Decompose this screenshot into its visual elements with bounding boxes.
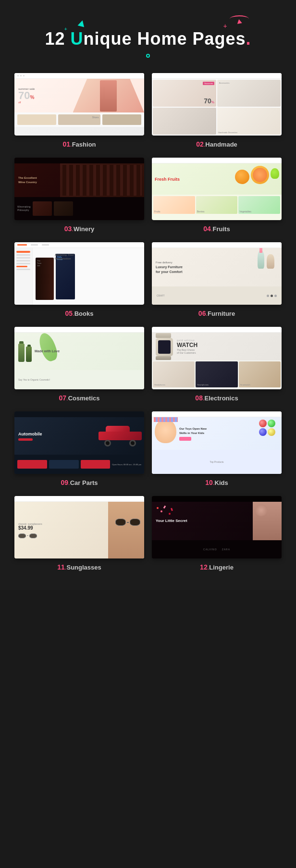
face-bg bbox=[108, 502, 144, 558]
books-sidebar bbox=[14, 248, 33, 305]
thumbnail-fruits[interactable]: Fresh Fruits Fruits Berries Vegetables bbox=[152, 158, 282, 220]
accessories-label: Accessories bbox=[219, 82, 230, 84]
thumbnail-sunglasses[interactable]: classic sunglasses $34.99 bbox=[14, 496, 144, 558]
ball-yellow bbox=[268, 428, 275, 436]
winery-small-img bbox=[33, 201, 52, 216]
watch-subtitle: The Best Choiceof Our Customers bbox=[177, 348, 197, 354]
car-body-group bbox=[99, 426, 142, 444]
thumbnail-car[interactable]: Automobile Open Hours: 08:00 am - 05:00 … bbox=[14, 411, 144, 474]
cosmetics-tagline: Say Yes to Organic Cosmetic! bbox=[18, 378, 50, 381]
handmade-cell-2: Accessories bbox=[217, 80, 281, 107]
grid-item-car[interactable]: Automobile Open Hours: 08:00 am - 05:00 … bbox=[14, 411, 144, 486]
grid-item-cosmetics[interactable]: Made with Love Say Yes to Organic Cosmet… bbox=[14, 327, 144, 402]
leaf bbox=[37, 333, 60, 363]
item-label-lingerie: 12.Lingerie bbox=[200, 563, 234, 571]
car-shape-container bbox=[99, 426, 142, 444]
title-rest: nique Home Pages bbox=[83, 29, 246, 49]
item-name: Handmade bbox=[205, 141, 237, 148]
item-num: 06 bbox=[198, 310, 206, 317]
item-label-books: 05.Books bbox=[65, 310, 94, 317]
books-layout: Amazing YourImagination TheTownJob Daily… bbox=[14, 248, 144, 305]
kids-title: Our Toys Open NewSkills in Your Kids bbox=[179, 427, 207, 435]
watch-screen bbox=[158, 340, 171, 354]
winery-small-img2 bbox=[54, 201, 73, 216]
thumbnail-lingerie[interactable]: Your Little Secret Calvino ZARA bbox=[152, 496, 282, 558]
handmade-cell-3 bbox=[153, 108, 216, 135]
grapefruit bbox=[251, 166, 269, 184]
ball-red bbox=[259, 420, 267, 427]
bottle2 bbox=[26, 347, 32, 362]
vase1 bbox=[258, 250, 264, 269]
grid-item-handmade[interactable]: Souvenirs 70% Accessories Handmade Decor… bbox=[152, 73, 282, 148]
grid-item-kids[interactable]: Our Toys Open NewSkills in Your Kids Top… bbox=[152, 411, 282, 486]
item-label-handmade: 02.Handmade bbox=[196, 140, 237, 148]
item-name: Furniture bbox=[208, 310, 235, 317]
lingerie-bottom: Calvino ZARA bbox=[152, 540, 282, 558]
winery-bottom: WinemakingPhilosophy bbox=[14, 197, 144, 220]
thumbnail-kids[interactable]: Our Toys Open NewSkills in Your Kids Top… bbox=[152, 411, 282, 474]
page-title: 12 Unique Home Pages. bbox=[45, 29, 251, 49]
grid-item-books[interactable]: Amazing YourImagination TheTownJob Daily… bbox=[14, 242, 144, 317]
wheel-left bbox=[104, 440, 111, 446]
nav-active bbox=[17, 244, 27, 246]
ball-blue bbox=[259, 428, 267, 436]
pct-text: 70% bbox=[18, 90, 35, 101]
fruits-hero: Fresh Fruits bbox=[152, 163, 282, 195]
electronics-text: gold edition WATCH The Best Choiceof Our… bbox=[177, 339, 197, 354]
thumbnail-furniture[interactable]: Free delivery Luxury Furniturefor your C… bbox=[152, 242, 282, 305]
title-unique: U bbox=[70, 29, 83, 49]
thumbnail-winery[interactable]: The ExcellentWine Country WinemakingPhil… bbox=[14, 158, 144, 220]
grid-item-furniture[interactable]: Free delivery Luxury Furniturefor your C… bbox=[152, 242, 282, 317]
sidebar-item-active2 bbox=[16, 266, 27, 267]
thumbnail-handmade[interactable]: Souvenirs 70% Accessories Handmade Decor… bbox=[152, 73, 282, 136]
vase1-container bbox=[258, 250, 264, 269]
item-label-cosmetics: 07.Cosmetics bbox=[59, 394, 100, 402]
item-label-electronics: 08.Electronics bbox=[195, 394, 238, 402]
item-label-car: 09.Car Parts bbox=[61, 479, 98, 486]
item-name: Winery bbox=[74, 225, 94, 233]
dots-nav bbox=[267, 295, 277, 297]
lens-display-l bbox=[18, 533, 26, 538]
grid-item-fruits[interactable]: Fresh Fruits Fruits Berries Vegetables bbox=[152, 158, 282, 233]
grid-item-electronics[interactable]: gold edition WATCH The Best Choiceof Our… bbox=[152, 327, 282, 402]
wine-bottles bbox=[62, 165, 142, 196]
grid-item-fashion[interactable]: summer sale 70% off Shoes bbox=[14, 73, 144, 148]
conf1 bbox=[157, 507, 159, 509]
deco-arc-pink bbox=[230, 15, 249, 23]
item-num: 08 bbox=[195, 394, 203, 402]
nav-bar bbox=[14, 73, 144, 79]
item-name: Sunglasses bbox=[66, 564, 101, 571]
thumbnail-books[interactable]: Amazing YourImagination TheTownJob Daily… bbox=[14, 242, 144, 305]
grid-item-lingerie[interactable]: Your Little Secret Calvino ZARA 12.Linge… bbox=[152, 496, 282, 571]
sunglasses-price: $34.99 bbox=[18, 525, 42, 531]
furniture-vases bbox=[258, 250, 274, 269]
item-num: 05 bbox=[65, 310, 73, 317]
car-body bbox=[99, 432, 142, 440]
glasses-display bbox=[18, 533, 42, 538]
pct: 70% bbox=[204, 97, 214, 105]
books-hero-text: Amazing YourImagination bbox=[55, 253, 74, 261]
item-label-kids: 10.Kids bbox=[205, 479, 228, 486]
handmade-cell-4: Handmade Decoration bbox=[217, 108, 281, 135]
grid-item-sunglasses[interactable]: classic sunglasses $34.99 11.Sunglasses bbox=[14, 496, 144, 571]
furniture-hero: Free delivery Luxury Furniturefor your C… bbox=[152, 248, 282, 286]
handmade-grid: Souvenirs 70% Accessories Handmade Decor… bbox=[152, 79, 282, 136]
winery-hero: The ExcellentWine Country bbox=[14, 163, 144, 197]
winery-text: The ExcellentWine Country bbox=[14, 173, 41, 187]
lens-right bbox=[130, 519, 140, 526]
page-header: + + 12 Unique Home Pages. bbox=[14, 19, 282, 54]
grid-item-winery[interactable]: The ExcellentWine Country WinemakingPhil… bbox=[14, 158, 144, 233]
thumbnail-cosmetics[interactable]: Made with Love Say Yes to Organic Cosmet… bbox=[14, 327, 144, 389]
conf2 bbox=[163, 506, 166, 509]
cosmetics-bottom: Say Yes to Organic Cosmetic! bbox=[14, 370, 144, 389]
cosmetics-title: Made with Love bbox=[35, 349, 60, 354]
fruits-display bbox=[235, 166, 279, 184]
thumbnail-fashion[interactable]: summer sale 70% off Shoes bbox=[14, 73, 144, 136]
nav-bar bbox=[152, 242, 282, 248]
nav-dot bbox=[23, 75, 25, 76]
thumbnail-electronics[interactable]: gold edition WATCH The Best Choiceof Our… bbox=[152, 327, 282, 389]
car-title: Automobile bbox=[18, 432, 42, 436]
furniture-bottom: CRAFT bbox=[152, 286, 282, 305]
item-num: 01 bbox=[62, 140, 70, 148]
lime bbox=[271, 168, 279, 179]
